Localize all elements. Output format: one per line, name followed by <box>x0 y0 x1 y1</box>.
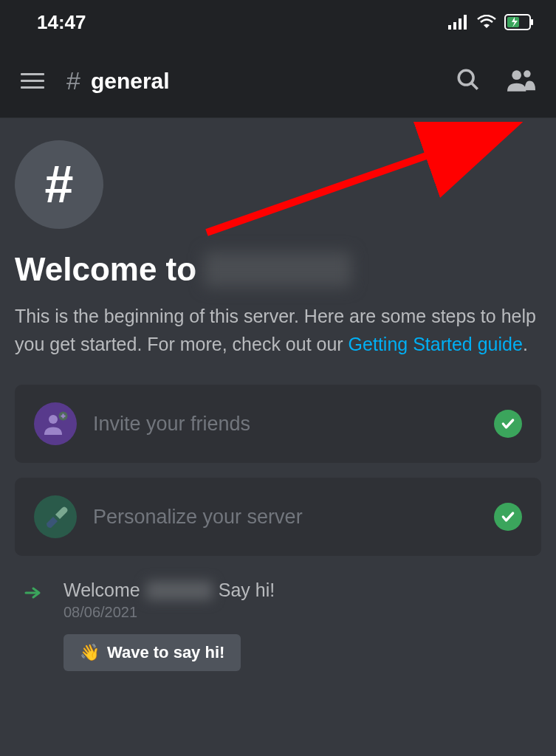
cellular-signal-icon <box>448 15 469 30</box>
wifi-icon <box>476 15 497 30</box>
svg-point-7 <box>459 70 473 85</box>
username-redacted <box>146 581 213 600</box>
hash-icon: # <box>66 66 80 95</box>
svg-rect-5 <box>531 19 533 25</box>
channel-content: # Welcome to This is the beginning of th… <box>0 118 556 671</box>
svg-point-10 <box>524 70 531 78</box>
server-name-redacted <box>204 252 351 287</box>
svg-rect-0 <box>448 25 451 30</box>
status-bar: 14:47 <box>0 0 556 44</box>
status-time: 14:47 <box>37 11 86 34</box>
personalize-server-card[interactable]: Personalize your server <box>15 478 541 556</box>
completed-check-icon <box>494 503 522 531</box>
svg-point-9 <box>512 70 521 80</box>
personalize-icon <box>34 495 77 538</box>
svg-rect-1 <box>453 22 456 30</box>
invite-label: Invite your friends <box>93 413 478 436</box>
wave-button-label: Wave to say hi! <box>107 643 224 662</box>
battery-charging-icon <box>504 14 534 30</box>
svg-rect-2 <box>459 18 461 30</box>
channel-title[interactable]: # general <box>66 66 433 95</box>
system-message-date: 08/06/2021 <box>64 604 275 621</box>
invite-icon <box>34 402 77 445</box>
completed-check-icon <box>494 410 522 438</box>
search-button[interactable] <box>456 67 481 95</box>
svg-rect-3 <box>464 15 467 30</box>
wave-button[interactable]: 👋 Wave to say hi! <box>64 634 241 671</box>
channel-name: general <box>91 69 170 94</box>
members-button[interactable] <box>507 67 535 95</box>
svg-point-11 <box>49 415 58 424</box>
getting-started-link[interactable]: Getting Started guide <box>349 334 523 354</box>
search-icon <box>456 67 481 92</box>
status-indicators <box>448 14 534 30</box>
members-icon <box>507 67 535 92</box>
svg-line-8 <box>471 83 478 89</box>
welcome-description: This is the beginning of this server. He… <box>15 303 541 358</box>
hash-icon: # <box>45 155 74 214</box>
personalize-label: Personalize your server <box>93 506 478 529</box>
wave-emoji-icon: 👋 <box>80 643 100 662</box>
system-message-text: Welcome Say hi! <box>64 580 275 601</box>
menu-button[interactable] <box>21 73 44 89</box>
join-arrow-icon <box>22 584 44 602</box>
welcome-heading: Welcome to <box>15 251 541 288</box>
channel-header: # general <box>0 44 556 118</box>
invite-friends-card[interactable]: Invite your friends <box>15 385 541 463</box>
system-welcome-message: Welcome Say hi! 08/06/2021 👋 Wave to say… <box>15 580 541 671</box>
welcome-heading-prefix: Welcome to <box>15 251 196 288</box>
channel-badge: # <box>15 140 103 229</box>
